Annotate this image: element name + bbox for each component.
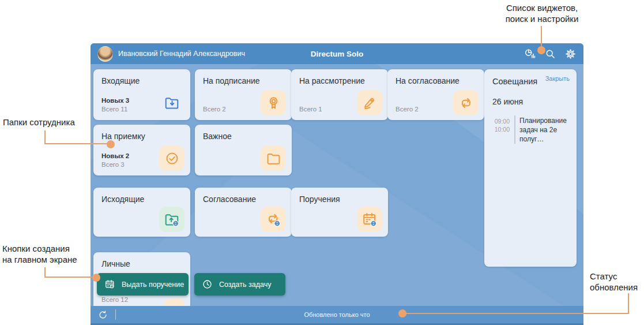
annotation-employee-folders: Папки сотрудника [3,117,101,128]
annotation-dot [107,140,115,148]
avatar[interactable] [97,46,113,62]
meeting-subject: Планирование задач на 2е полуг… [519,115,577,144]
tile-title: На приемку [101,132,145,141]
tile-title: На согласование [396,76,460,85]
update-status-text: Обновлено только что [91,311,583,318]
user-name: Ивановский Геннадий Александрович [118,50,245,58]
tile-total-count: Всего 2 [203,105,226,114]
tile-title: На рассмотрение [299,76,365,85]
clock-icon [202,279,213,290]
annotation-widgets-search-settings: Список виджетов, поиск и настройки [484,2,600,24]
close-meetings-link[interactable]: Закрыть [545,75,570,82]
annotation-dot [92,274,100,282]
folder-tile-for-signing[interactable]: На подписание Всего 2 [195,69,292,120]
main-area: Входящие Новых 3 Всего 11 На подписание … [91,64,583,306]
tile-title: На подписание [203,76,260,85]
folder-tile-approval[interactable]: Согласование [195,188,292,237]
folder-tile-for-approval[interactable]: На согласование Всего 2 [387,69,484,120]
annotation-update-status: Статус обновления [590,271,643,293]
tile-title: Согласование [203,195,256,204]
meeting-end-time: 10:00 [490,125,510,133]
search-icon[interactable] [544,48,556,60]
folder-tile-important[interactable]: Важное [195,125,292,175]
check-circle-icon [164,151,180,166]
widgets-icon[interactable] [524,48,536,60]
annotation-line [44,143,109,144]
tile-new-count: Новых 3 [101,96,129,105]
annotation-line [44,277,94,278]
tile-title: Поручения [299,195,340,204]
meetings-widget: Совещания Закрыть 26 июня 09:00 10:00 Пл… [484,69,577,267]
tile-total-count: Всего 1 [299,105,322,114]
annotation-create-buttons: Кнопки создания на главном экране [2,243,100,265]
folder-download-icon [164,95,180,111]
sync-icon [458,95,474,111]
button-label: Выдать поручение [122,281,184,289]
refresh-icon [97,309,108,320]
statusbar-divider [115,309,116,320]
folder-tile-inbox[interactable]: Входящие Новых 3 Всего 11 [93,69,190,120]
title-bar: Ивановский Геннадий Александрович Direct… [91,43,583,64]
folder-tile-outbox[interactable]: Исходящие [93,188,190,237]
tile-total-count: Всего 2 [396,105,419,114]
folder-upload-globe-icon [164,211,180,227]
meetings-title: Совещания [492,77,537,86]
meeting-item[interactable]: 09:00 10:00 Планирование задач на 2е пол… [490,115,577,144]
medal-icon [266,95,281,111]
annotation-line [44,130,46,144]
issue-assignment-button[interactable]: Выдать поручение [97,273,189,296]
gear-icon[interactable] [564,48,577,60]
calendar-globe-icon [361,211,378,227]
meetings-date: 26 июня [492,97,523,106]
tile-title: Входящие [101,76,140,85]
tile-title: Исходящие [101,195,144,204]
tile-total-count: Всего 11 [101,105,129,114]
folder-tile-for-acceptance[interactable]: На приемку Новых 2 Всего 3 [93,125,190,175]
tile-total-count: Всего 3 [101,160,129,169]
annotation-line [405,313,629,314]
status-bar: Обновлено только что [91,306,583,325]
refresh-button[interactable] [97,309,108,320]
create-task-button[interactable]: Создать задачу [194,273,285,296]
tile-title: Личные [101,259,130,268]
tile-total-count: Всего 12 [101,296,128,303]
button-label: Создать задачу [219,281,271,289]
app-window: Ивановский Геннадий Александрович Direct… [91,43,583,325]
pen-icon [362,95,378,111]
folder-tile-for-review[interactable]: На рассмотрение Всего 1 [291,69,388,120]
tile-icon-partial [165,298,184,306]
annotation-line [628,293,629,314]
annotation-dot [398,309,406,317]
annotation-dot [537,46,545,54]
meeting-start-time: 09:00 [490,117,510,125]
folder-icon [266,151,281,166]
meeting-divider [514,115,515,144]
sync-globe-icon [265,211,281,227]
calendar-clock-icon [104,279,115,290]
tile-new-count: Новых 2 [101,152,129,160]
tile-title: Важное [203,132,232,141]
folder-tile-assignments[interactable]: Поручения [291,188,388,237]
